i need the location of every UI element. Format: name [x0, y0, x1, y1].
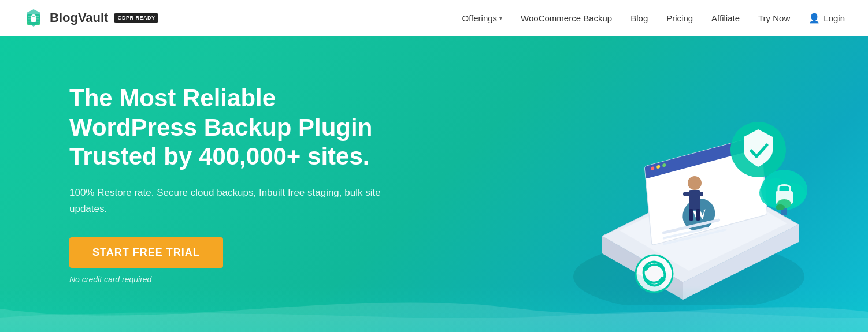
user-icon: 👤: [808, 13, 820, 24]
isometric-illustration: W: [533, 63, 833, 305]
no-credit-text: No credit card required: [69, 275, 393, 284]
nav-item-offerings[interactable]: Offerings ▾: [462, 13, 502, 23]
svg-rect-5: [28, 21, 39, 22]
nav-item-try-now[interactable]: Try Now: [758, 13, 790, 23]
logo-text: BlogVault: [50, 10, 108, 25]
svg-rect-35: [689, 209, 693, 221]
hero-illustration: W: [533, 63, 833, 305]
hero-title: The Most Reliable WordPress Backup Plugi…: [69, 84, 393, 171]
nav-item-woocommerce[interactable]: WooCommerce Backup: [521, 13, 612, 23]
start-free-trial-button[interactable]: START FREE TRIAL: [69, 237, 223, 268]
hero-content: The Most Reliable WordPress Backup Plugi…: [0, 84, 393, 284]
nav-item-pricing[interactable]: Pricing: [666, 13, 693, 23]
chevron-down-icon: ▾: [499, 15, 502, 21]
svg-rect-36: [696, 209, 700, 221]
svg-rect-3: [28, 16, 39, 17]
nav-item-login[interactable]: 👤 Login: [808, 13, 845, 24]
svg-rect-4: [28, 18, 39, 20]
hero-section: The Most Reliable WordPress Backup Plugi…: [0, 36, 868, 332]
cta-area: START FREE TRIAL No credit card required: [69, 237, 393, 284]
blogvault-logo-icon: [23, 8, 44, 28]
svg-rect-34: [683, 192, 703, 196]
nav-item-affiliate[interactable]: Affiliate: [711, 13, 740, 23]
main-nav: Offerings ▾ WooCommerce Backup Blog Pric…: [462, 13, 845, 24]
svg-point-32: [688, 176, 702, 190]
logo-area: BlogVault GDPR READY: [23, 8, 158, 28]
hero-subtitle: 100% Restore rate. Secure cloud backups,…: [69, 185, 393, 216]
header: BlogVault GDPR READY Offerings ▾ WooComm…: [0, 0, 868, 36]
hero-wave: [0, 286, 868, 332]
gdpr-badge: GDPR READY: [114, 13, 158, 23]
nav-item-blog[interactable]: Blog: [630, 13, 648, 23]
svg-point-28: [776, 204, 785, 210]
